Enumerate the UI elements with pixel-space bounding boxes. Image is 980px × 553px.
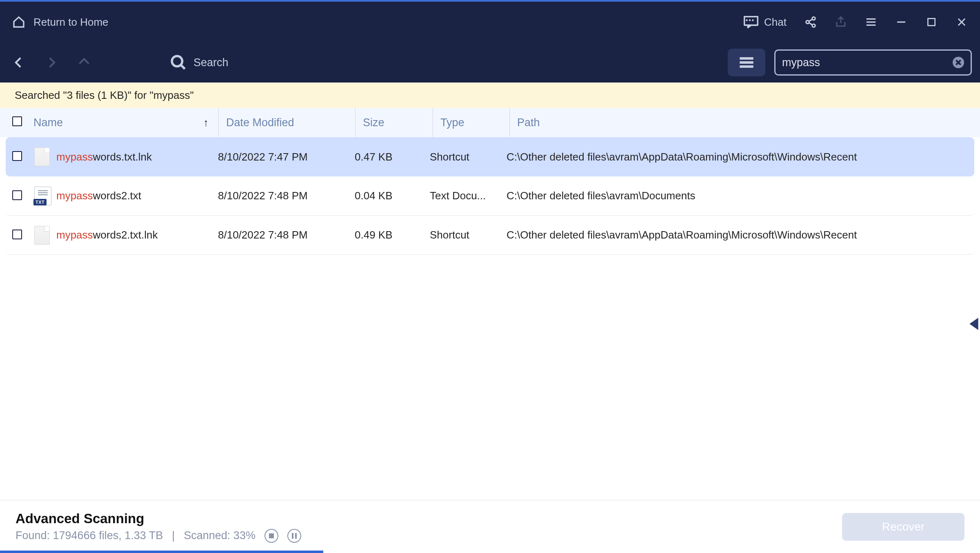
svg-rect-13 <box>928 18 935 25</box>
svg-point-4 <box>812 17 816 20</box>
file-date: 8/10/2022 7:47 PM <box>211 151 348 163</box>
found-label: Found: 1794666 files, 1.33 TB <box>16 529 163 542</box>
stop-scan-button[interactable] <box>264 529 278 543</box>
row-checkbox[interactable] <box>12 230 22 239</box>
home-icon[interactable] <box>12 16 25 29</box>
table-row[interactable]: mypasswords2.txt.lnk8/10/2022 7:48 PM0.4… <box>6 216 974 255</box>
svg-marker-23 <box>969 318 978 330</box>
sort-ascending-icon: ↑ <box>203 116 209 129</box>
search-icon <box>171 55 186 70</box>
share-icon[interactable] <box>804 16 817 28</box>
search-status-bar: Searched "3 files (1 KB)" for "mypass" <box>0 83 980 108</box>
file-date: 8/10/2022 7:48 PM <box>211 190 348 202</box>
table-header: Name ↑ Date Modified Size Type Path <box>0 108 980 137</box>
search-status-text: Searched "3 files (1 KB)" for "mypass" <box>15 89 194 102</box>
file-name: mypasswords.txt.lnk <box>56 151 211 163</box>
column-path[interactable]: Path <box>510 108 980 137</box>
recover-button[interactable]: Recover <box>842 513 964 541</box>
table-row[interactable]: mypasswords.txt.lnk8/10/2022 7:47 PM0.47… <box>6 137 974 176</box>
title-bar: Return to Home Chat <box>0 0 980 42</box>
column-size[interactable]: Size <box>356 108 433 137</box>
footer-bar: Advanced Scanning Found: 1794666 files, … <box>0 500 980 553</box>
select-all-checkbox[interactable] <box>12 116 22 126</box>
chat-label: Chat <box>764 16 787 29</box>
file-icon <box>34 187 50 205</box>
file-type: Shortcut <box>426 151 502 163</box>
file-type: Shortcut <box>426 229 502 241</box>
pause-scan-button[interactable] <box>287 529 301 543</box>
clear-search-button[interactable] <box>953 57 964 68</box>
export-icon[interactable] <box>835 16 847 28</box>
svg-point-6 <box>812 24 816 27</box>
collapse-panel-handle[interactable] <box>968 314 980 333</box>
up-button <box>73 52 95 73</box>
file-name: mypasswords2.txt <box>56 190 211 202</box>
file-icon <box>34 226 50 245</box>
row-checkbox[interactable] <box>12 151 22 161</box>
file-name: mypasswords2.txt.lnk <box>56 229 211 241</box>
chat-icon <box>744 16 758 28</box>
file-path: C:\Other deleted files\avram\AppData\Roa… <box>502 229 974 241</box>
svg-line-7 <box>809 19 813 21</box>
file-date: 8/10/2022 7:48 PM <box>211 229 348 241</box>
file-size: 0.49 KB <box>348 229 426 241</box>
return-home-link[interactable]: Return to Home <box>33 16 109 29</box>
file-type: Text Docu... <box>426 190 502 202</box>
footer-left: Advanced Scanning Found: 1794666 files, … <box>16 511 301 543</box>
scanned-label: Scanned: 33% <box>184 529 256 542</box>
row-checkbox[interactable] <box>12 190 22 200</box>
file-size: 0.47 KB <box>348 151 426 163</box>
table-body: mypasswords.txt.lnk8/10/2022 7:47 PM0.47… <box>0 137 980 255</box>
column-type[interactable]: Type <box>433 108 510 137</box>
panel-toggle-button[interactable] <box>728 49 765 76</box>
title-bar-right: Chat <box>744 16 968 29</box>
stats-separator: | <box>172 529 175 542</box>
file-table: Name ↑ Date Modified Size Type Path mypa… <box>0 108 980 255</box>
scan-progress-bar <box>0 551 323 553</box>
svg-point-5 <box>806 20 809 24</box>
title-bar-left: Return to Home <box>12 16 109 29</box>
search-input[interactable] <box>782 56 953 69</box>
hamburger-icon[interactable] <box>865 16 877 28</box>
svg-point-16 <box>172 56 182 66</box>
column-date[interactable]: Date Modified <box>219 108 356 137</box>
table-row[interactable]: mypasswords2.txt8/10/2022 7:48 PM0.04 KB… <box>6 176 974 216</box>
file-path: C:\Other deleted files\avram\Documents <box>502 190 974 202</box>
chat-button[interactable]: Chat <box>744 16 787 29</box>
toolbar: Search <box>0 42 980 83</box>
forward-button <box>41 52 62 73</box>
maximize-icon[interactable] <box>925 16 938 28</box>
column-name-label: Name <box>33 116 63 129</box>
search-label: Search <box>193 56 728 69</box>
file-path: C:\Other deleted files\avram\AppData\Roa… <box>502 151 974 163</box>
file-icon <box>34 147 50 166</box>
minimize-icon[interactable] <box>895 16 907 28</box>
scan-stats: Found: 1794666 files, 1.33 TB | Scanned:… <box>16 529 301 543</box>
column-name[interactable]: Name ↑ <box>33 108 219 137</box>
file-size: 0.04 KB <box>348 190 426 202</box>
scan-title: Advanced Scanning <box>16 511 301 526</box>
svg-line-8 <box>809 23 813 25</box>
back-button[interactable] <box>8 52 29 73</box>
close-icon[interactable] <box>956 16 968 28</box>
search-input-container <box>774 49 972 76</box>
svg-line-17 <box>181 65 185 69</box>
